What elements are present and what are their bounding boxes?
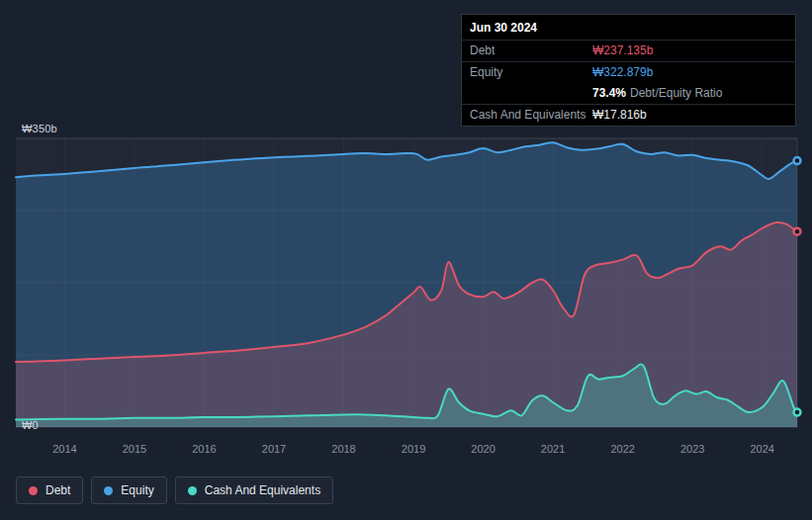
x-axis-label: 2021 (541, 443, 565, 455)
legend-equity-label: Equity (121, 483, 153, 497)
x-axis-label: 2020 (471, 443, 495, 455)
debt-series-dot-icon (29, 486, 38, 495)
x-axis: 2014201520162017201820192020202120222023… (0, 443, 812, 459)
x-axis-label: 2024 (750, 443, 773, 455)
x-axis-label: 2019 (402, 443, 425, 455)
tooltip-ratio-label: Debt/Equity Ratio (630, 86, 722, 100)
x-axis-label: 2015 (123, 443, 146, 455)
tooltip-row-debt: Debt ₩237.135b (462, 41, 795, 62)
tooltip-row-equity: Equity ₩322.879b (462, 62, 795, 83)
tooltip-ratio-value: 73.4%Debt/Equity Ratio (592, 86, 787, 101)
legend-debt-label: Debt (45, 483, 70, 497)
tooltip-cash-label: Cash And Equivalents (470, 108, 592, 123)
tooltip-debt-value: ₩237.135b (592, 43, 787, 58)
tooltip-equity-label: Equity (470, 65, 592, 80)
legend-item-debt[interactable]: Debt (16, 477, 83, 504)
tooltip-equity-value: ₩322.879b (592, 65, 787, 80)
tooltip-row-cash: Cash And Equivalents ₩17.816b (462, 105, 795, 126)
x-axis-label: 2023 (680, 443, 704, 455)
x-axis-label: 2022 (610, 443, 634, 455)
x-axis-label: 2017 (262, 443, 286, 455)
cash-end-marker[interactable] (794, 409, 801, 416)
tooltip-cash-value: ₩17.816b (592, 108, 787, 123)
y-axis-label-zero: ₩0 (22, 419, 39, 431)
legend: Debt Equity Cash And Equivalents (16, 477, 341, 504)
tooltip-ratio-spacer (470, 86, 592, 101)
x-axis-label: 2014 (52, 443, 76, 455)
legend-item-equity[interactable]: Equity (91, 477, 166, 504)
equity-end-marker[interactable] (794, 157, 801, 164)
cash-series-dot-icon (188, 486, 197, 495)
tooltip-date: Jun 30 2024 (462, 15, 795, 41)
tooltip: Jun 30 2024 Debt ₩237.135b Equity ₩322.8… (461, 14, 796, 127)
x-axis-label: 2018 (331, 443, 355, 455)
debt-end-marker[interactable] (794, 228, 801, 235)
legend-cash-label: Cash And Equivalents (205, 483, 320, 497)
y-axis-label-max: ₩350b (22, 123, 57, 134)
equity-series-dot-icon (104, 486, 113, 495)
tooltip-debt-label: Debt (470, 43, 592, 58)
tooltip-row-ratio: 73.4%Debt/Equity Ratio (462, 83, 795, 105)
legend-item-cash[interactable]: Cash And Equivalents (175, 477, 333, 504)
debt-equity-history-panel: ₩350b ₩0 2014201520162017201820192020202… (0, 0, 812, 520)
x-axis-label: 2016 (192, 443, 216, 455)
